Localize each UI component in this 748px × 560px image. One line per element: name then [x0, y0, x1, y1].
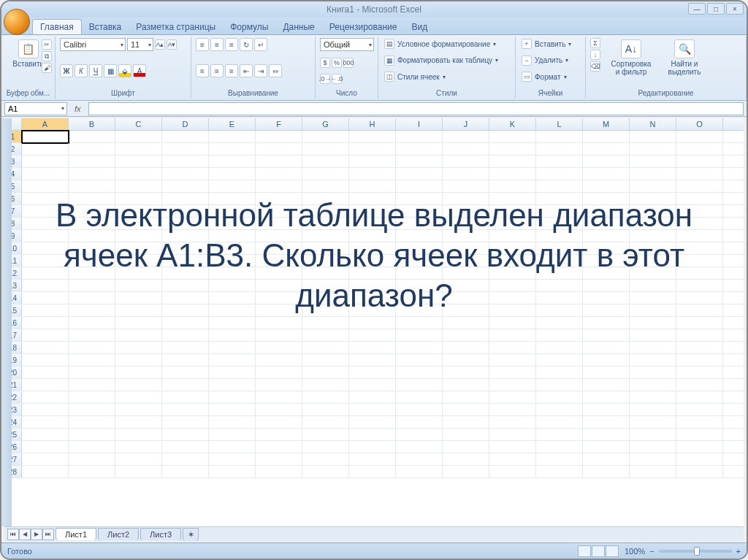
cell[interactable]: [396, 292, 443, 304]
cell[interactable]: [676, 441, 723, 453]
sheet-nav-next[interactable]: ▶: [31, 529, 42, 540]
font-name-combo[interactable]: Calibri: [60, 38, 126, 51]
cell[interactable]: [349, 429, 396, 441]
cell[interactable]: [583, 453, 630, 466]
cell[interactable]: [443, 292, 489, 304]
cell[interactable]: [69, 205, 115, 218]
cell[interactable]: [630, 429, 676, 441]
cell[interactable]: [209, 280, 256, 292]
tab-page-layout[interactable]: Разметка страницы: [129, 20, 223, 34]
cell[interactable]: [630, 391, 676, 404]
cell[interactable]: [69, 317, 115, 329]
cell[interactable]: [396, 367, 443, 379]
cell[interactable]: [162, 230, 209, 242]
cell[interactable]: [115, 230, 162, 242]
cell[interactable]: [22, 404, 69, 416]
tab-review[interactable]: Рецензирование: [322, 20, 405, 34]
cell[interactable]: [396, 354, 443, 367]
cell[interactable]: [162, 367, 209, 379]
zoom-in-button[interactable]: +: [736, 547, 741, 556]
cell[interactable]: [69, 168, 115, 180]
cell[interactable]: [676, 379, 723, 391]
cell[interactable]: [256, 416, 302, 429]
cell[interactable]: [302, 267, 349, 280]
cell[interactable]: [630, 441, 676, 453]
cell[interactable]: [489, 367, 536, 379]
cell[interactable]: [302, 292, 349, 304]
insert-cells-button[interactable]: +Вставить▾: [520, 38, 581, 50]
increase-decimal-icon[interactable]: .0→: [320, 74, 330, 84]
cell[interactable]: [162, 416, 209, 429]
cell[interactable]: [630, 379, 676, 391]
cell[interactable]: [443, 404, 489, 416]
cell[interactable]: [256, 342, 302, 354]
cell[interactable]: [489, 143, 536, 156]
cell[interactable]: [396, 131, 443, 143]
cell[interactable]: [22, 280, 69, 292]
cell[interactable]: [489, 354, 536, 367]
cell[interactable]: [209, 255, 256, 267]
cell[interactable]: [256, 180, 302, 193]
decrease-decimal-icon[interactable]: ←.0: [332, 74, 342, 84]
fx-icon[interactable]: fx: [70, 104, 85, 113]
tab-data[interactable]: Данные: [275, 20, 321, 34]
sheet-tab-3[interactable]: Лист3: [140, 528, 181, 540]
cell[interactable]: [209, 466, 256, 478]
cell[interactable]: [583, 230, 630, 242]
cell[interactable]: [536, 416, 583, 429]
autosum-icon[interactable]: Σ: [590, 38, 600, 48]
cell[interactable]: [583, 180, 630, 193]
cell[interactable]: [583, 304, 630, 317]
cell[interactable]: [630, 404, 676, 416]
cell[interactable]: [22, 441, 69, 453]
cell[interactable]: [489, 230, 536, 242]
cell[interactable]: [396, 193, 443, 205]
conditional-formatting-button[interactable]: ▤Условное форматирование▾: [383, 38, 511, 50]
cell[interactable]: [396, 453, 443, 466]
cell[interactable]: [676, 156, 723, 168]
sheet-tab-2[interactable]: Лист2: [98, 528, 139, 540]
close-button[interactable]: ×: [726, 3, 744, 15]
indent-increase-icon[interactable]: ⇥: [254, 64, 267, 77]
cell[interactable]: [302, 429, 349, 441]
zoom-out-button[interactable]: −: [649, 547, 654, 556]
cell[interactable]: [256, 317, 302, 329]
merge-center-icon[interactable]: ⇔: [269, 64, 282, 77]
cell[interactable]: [162, 466, 209, 478]
cell[interactable]: [536, 379, 583, 391]
cell[interactable]: [256, 429, 302, 441]
cell[interactable]: [162, 429, 209, 441]
cell[interactable]: [162, 342, 209, 354]
cell[interactable]: [162, 156, 209, 168]
cell[interactable]: [676, 354, 723, 367]
align-right-icon[interactable]: ≡: [225, 64, 238, 77]
cell[interactable]: [22, 180, 69, 193]
cell[interactable]: [583, 193, 630, 205]
cell[interactable]: [256, 156, 302, 168]
cell[interactable]: [443, 304, 489, 317]
cell[interactable]: [302, 205, 349, 218]
cell[interactable]: [583, 367, 630, 379]
cell[interactable]: [115, 280, 162, 292]
cell[interactable]: [256, 230, 302, 242]
cell[interactable]: [302, 193, 349, 205]
cell[interactable]: [22, 466, 69, 478]
cell[interactable]: [162, 242, 209, 255]
sheet-tab-1[interactable]: Лист1: [56, 528, 96, 540]
cell[interactable]: [489, 453, 536, 466]
sheet-nav-first[interactable]: ⏮: [7, 529, 19, 540]
cell[interactable]: [162, 205, 209, 218]
cell[interactable]: [536, 218, 583, 230]
cell[interactable]: [443, 131, 489, 143]
cell[interactable]: [676, 230, 723, 242]
cell[interactable]: [536, 304, 583, 317]
cell[interactable]: [396, 404, 443, 416]
cell[interactable]: [256, 131, 302, 143]
col-header[interactable]: E: [209, 118, 256, 130]
col-header[interactable]: N: [630, 118, 676, 130]
sheet-nav-prev[interactable]: ◀: [19, 529, 31, 540]
cell[interactable]: [256, 205, 302, 218]
cell[interactable]: [302, 304, 349, 317]
cell[interactable]: [302, 168, 349, 180]
cell[interactable]: [162, 391, 209, 404]
